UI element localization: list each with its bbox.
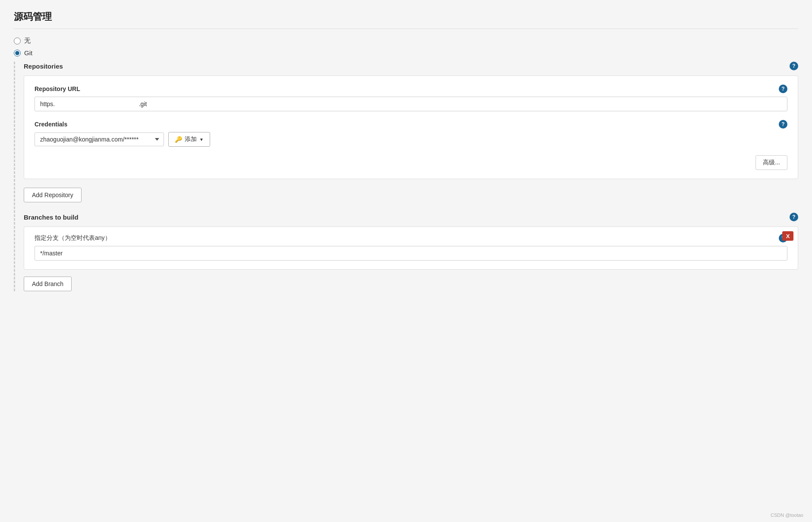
git-radio-item[interactable]: Git [14,49,798,57]
dropdown-arrow-icon: ▼ [199,137,204,142]
repositories-help-icon[interactable]: ? [790,62,798,70]
repositories-section: Repositories ? Repository URL ? Credenti… [24,62,798,202]
key-icon: 🔑 [175,136,182,143]
credentials-row: zhaoguojian@kongjianma.com/****** 🔑 添加 ▼ [35,132,787,147]
branches-section-title: Branches to build [24,214,79,221]
git-radio-label: Git [24,49,32,57]
repository-card: Repository URL ? Credentials ? zhaoguoji… [24,75,798,179]
page-container: 源码管理 无 Git Repositories ? Repository URL [0,0,812,302]
credentials-label-row: Credentials ? [35,120,787,129]
none-radio-item[interactable]: 无 [14,37,798,45]
branches-help-icon[interactable]: ? [790,213,798,221]
add-credentials-label: 添加 [185,135,197,143]
none-radio-label: 无 [24,37,31,45]
repository-url-help-icon[interactable]: ? [779,85,787,93]
repository-url-label: Repository URL [35,85,80,92]
add-credentials-button[interactable]: 🔑 添加 ▼ [168,132,210,147]
git-subsection: Repositories ? Repository URL ? Credenti… [14,62,798,291]
footer-text: CSDN @tootao [771,513,803,518]
branches-section: Branches to build ? X 指定分支（为空时代表any） ? A… [24,213,798,291]
credentials-field-group: Credentials ? zhaoguojian@kongjianma.com… [35,120,787,147]
branch-input[interactable] [35,246,787,261]
branch-card: X 指定分支（为空时代表any） ? [24,226,798,270]
repository-url-input[interactable] [35,97,787,111]
credentials-select[interactable]: zhaoguojian@kongjianma.com/****** [35,132,164,146]
repositories-section-title: Repositories [24,63,63,70]
git-radio[interactable] [14,50,21,57]
scm-radio-group: 无 Git [14,37,798,57]
branch-field-label: 指定分支（为空时代表any） [35,234,111,242]
advanced-button[interactable]: 高级... [755,155,787,170]
repositories-section-header: Repositories ? [24,62,798,70]
add-branch-button[interactable]: Add Branch [24,277,72,291]
delete-branch-button[interactable]: X [782,231,793,241]
add-repository-button[interactable]: Add Repository [24,188,82,202]
repository-url-label-row: Repository URL ? [35,85,787,93]
credentials-label: Credentials [35,121,67,128]
page-title: 源码管理 [14,10,798,29]
none-radio[interactable] [14,38,21,44]
credentials-help-icon[interactable]: ? [779,120,787,129]
branch-field-label-row: 指定分支（为空时代表any） ? [35,234,787,242]
advanced-btn-row: 高级... [35,155,787,170]
branches-section-header: Branches to build ? [24,213,798,221]
repository-url-field-group: Repository URL ? [35,85,787,111]
